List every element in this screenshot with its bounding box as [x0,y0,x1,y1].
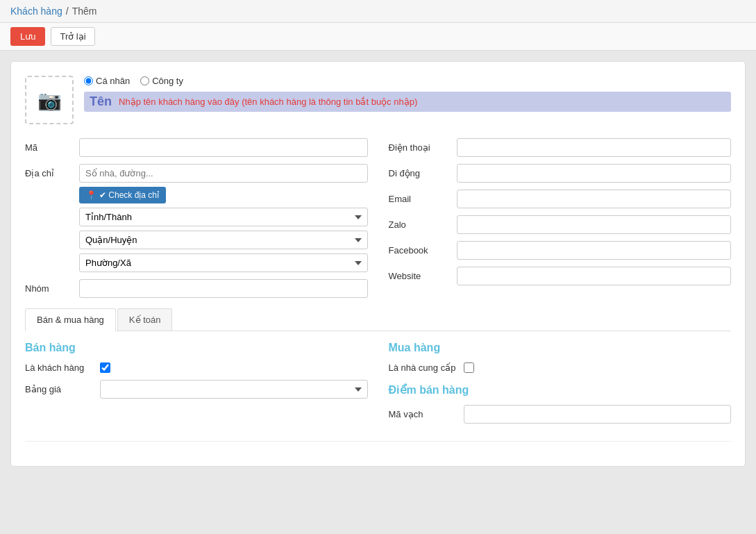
breadcrumb-parent[interactable]: Khách hàng [10,6,62,17]
facebook-field [457,241,732,260]
form-card: 📷 Cá nhân Công ty Tên Nhập tên khách hàn… [10,61,746,467]
nhom-label: Nhóm [25,279,74,294]
ma-row: Mã [25,138,368,157]
save-button[interactable]: Lưu [10,27,45,46]
website-row: Website [389,267,732,285]
breadcrumb-current: Thêm [72,6,97,17]
facebook-row: Facebook [389,241,732,260]
top-right-section: Cá nhân Công ty Tên Nhập tên khách hàng … [84,76,731,112]
mua-hang-title: Mua hàng [389,342,732,354]
check-address-button[interactable]: 📍 ✔ Check địa chỉ [79,187,166,203]
email-row: Email [389,190,732,208]
zalo-row: Zalo [389,215,732,234]
la-nha-cung-cap-row: Là nhà cung cấp [389,362,732,373]
la-nha-cung-cap-checkbox[interactable] [464,362,474,373]
website-label: Website [389,267,451,281]
breadcrumb: Khách hàng / Thêm [10,6,746,17]
website-input[interactable] [457,267,732,285]
di-dong-row: Di động [389,164,732,183]
dien-thoai-label: Điện thoại [389,138,451,153]
street-input[interactable] [79,164,368,183]
la-nha-cung-cap-label: Là nhà cung cấp [389,362,458,373]
quan-select[interactable]: Quận/Huyện [79,231,368,249]
back-button[interactable]: Trở lại [51,27,94,46]
ma-field [79,138,368,157]
mua-hang-section: Mua hàng Là nhà cung cấp Điểm bán hàng M… [389,342,732,431]
facebook-input[interactable] [457,241,732,260]
phuong-select[interactable]: Phường/Xã [79,253,368,272]
top-bar: Khách hàng / Thêm [0,0,756,23]
di-dong-input[interactable] [457,164,732,183]
form-left: Mã Địa chỉ 📍 ✔ Check địa chỉ [25,138,368,298]
dia-chi-label: Địa chỉ [25,164,74,178]
check-address-label: ✔ Check địa chỉ [99,190,159,200]
name-field-container: Tên Nhập tên khách hàng vào đây (tên khá… [84,92,731,112]
ma-vach-input[interactable] [464,405,732,424]
toolbar: Lưu Trở lại [0,23,756,51]
di-dong-label: Di động [389,164,451,178]
nhom-field [79,279,368,298]
tab-content: Bán hàng Là khách hàng Bảng giá Mua hà [25,342,731,431]
diem-ban-hang-subsection: Điểm bán hàng Mã vạch [389,383,732,424]
bang-gia-field [100,380,368,399]
individual-radio-label[interactable]: Cá nhân [84,76,130,86]
dien-thoai-field [457,138,732,157]
dien-thoai-input[interactable] [457,138,732,157]
la-khach-hang-row: Là khách hàng [25,362,368,373]
tab-ke-toan[interactable]: Kế toán [117,308,173,331]
form-grid: Mã Địa chỉ 📍 ✔ Check địa chỉ [25,138,731,298]
customer-type-group: Cá nhân Công ty [84,76,731,86]
dien-thoai-row: Điện thoại [389,138,732,157]
top-section: 📷 Cá nhân Công ty Tên Nhập tên khách hàn… [25,76,731,124]
company-radio[interactable] [140,76,149,85]
main-content: 📷 Cá nhân Công ty Tên Nhập tên khách hàn… [0,51,756,477]
zalo-field [457,215,732,234]
ma-label: Mã [25,138,74,153]
bang-gia-label: Bảng giá [25,384,94,394]
email-label: Email [389,190,451,204]
bang-gia-row: Bảng giá [25,380,368,399]
nhom-input[interactable] [79,279,368,298]
address-block: 📍 ✔ Check địa chỉ Tỉnh/Thành Quận/Huyện … [79,164,368,272]
company-label: Công ty [152,76,183,86]
zalo-label: Zalo [389,215,451,230]
ma-vach-row: Mã vạch [389,405,732,424]
ma-input[interactable] [79,138,368,157]
tabs-bar: Bán & mua hàng Kế toán [25,308,731,331]
company-radio-label[interactable]: Công ty [140,76,183,86]
individual-label: Cá nhân [96,76,130,86]
diem-ban-hang-title: Điểm bán hàng [389,383,732,397]
ban-hang-title: Bán hàng [25,342,368,354]
ban-hang-section: Bán hàng Là khách hàng Bảng giá [25,342,368,431]
location-icon: 📍 [86,190,96,200]
form-right: Điện thoại Di động Email [389,138,732,298]
breadcrumb-separator: / [66,6,69,17]
email-field [457,190,732,208]
dia-chi-row: Địa chỉ 📍 ✔ Check địa chỉ Tỉnh/Thành Quậ… [25,164,368,272]
tab-ban-mua[interactable]: Bán & mua hàng [25,308,116,331]
tinh-select[interactable]: Tỉnh/Thành [79,208,368,226]
website-field [457,267,732,285]
nhom-row: Nhóm [25,279,368,298]
individual-radio[interactable] [84,76,93,85]
la-khach-hang-checkbox[interactable] [100,362,110,373]
di-dong-field [457,164,732,183]
email-input[interactable] [457,190,732,208]
la-khach-hang-label: Là khách hàng [25,362,94,373]
avatar-upload[interactable]: 📷 [25,76,74,124]
ma-vach-label: Mã vạch [389,409,458,419]
zalo-input[interactable] [457,215,732,234]
facebook-label: Facebook [389,241,451,256]
bang-gia-select[interactable] [100,380,368,399]
camera-icon: 📷 [37,89,62,112]
bottom-divider [25,441,731,442]
